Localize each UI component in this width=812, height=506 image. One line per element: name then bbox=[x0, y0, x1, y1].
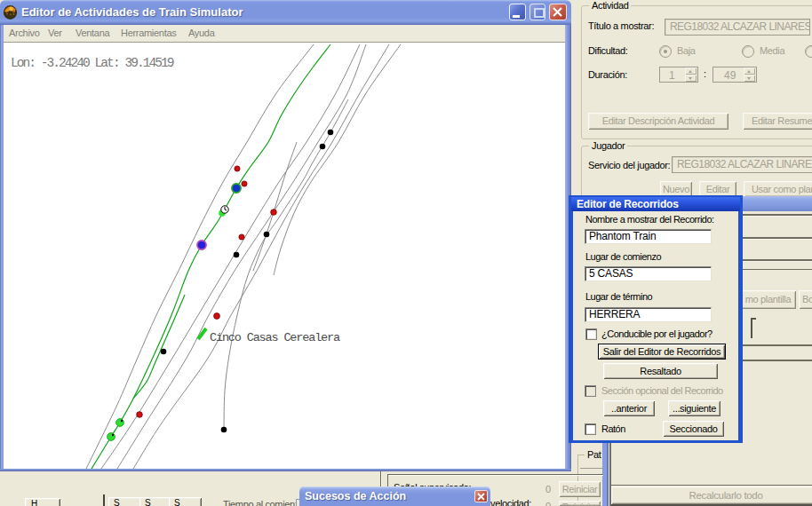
svg-text:Cinco Casas Cerealera: Cinco Casas Cerealera bbox=[210, 331, 340, 344]
svg-text:Lon: -3.24240 Lat: 39.14519: Lon: -3.24240 Lat: 39.14519 bbox=[11, 56, 174, 70]
